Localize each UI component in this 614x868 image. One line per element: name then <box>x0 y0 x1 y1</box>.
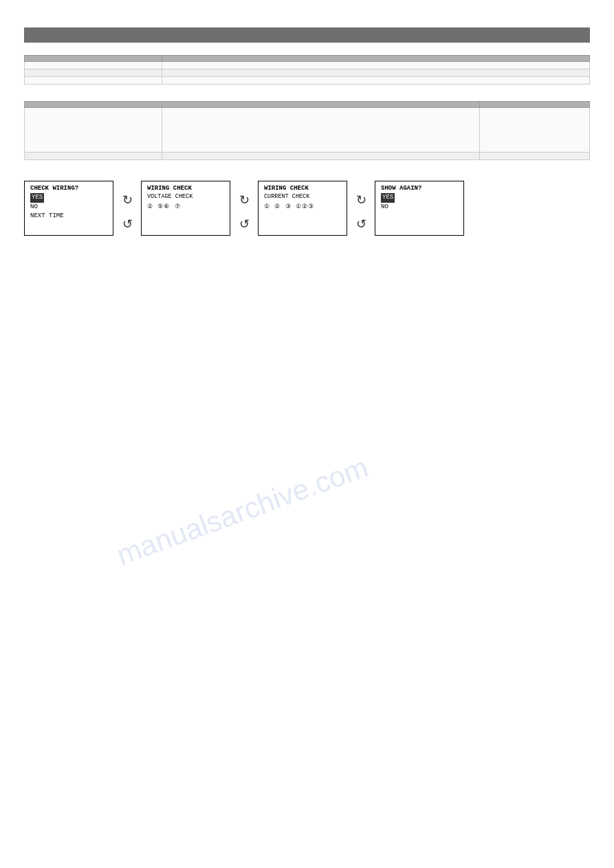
table-row <box>25 62 590 69</box>
arrow-1: ↻ ↺ <box>113 181 141 236</box>
arrow-3: ↻ ↺ <box>347 181 375 236</box>
section-table2 <box>24 101 590 160</box>
box1-highlight: YES <box>30 193 107 203</box>
info-table-2 <box>24 101 590 160</box>
table2-header-col2 <box>162 102 480 108</box>
table1-row1-col1 <box>25 62 162 69</box>
box1-title: CHECK WIRING? <box>30 185 107 192</box>
table2-row2-col1 <box>25 153 162 160</box>
table2-header-col1 <box>25 102 162 108</box>
section-table1 <box>24 55 590 85</box>
box3-display: ① ② ③ ①②③ <box>264 203 341 210</box>
box3-title: WIRING CHECK <box>264 185 341 192</box>
arrow-up-icon-2: ↻ <box>239 194 250 206</box>
table2-row2-col2 <box>162 153 480 160</box>
box2-title: WIRING CHECK <box>147 185 224 192</box>
table1-header-col2 <box>162 56 590 62</box>
watermark: manualsarchive.com <box>112 451 372 572</box>
box2-display: ② ⑤⑥ ⑦ <box>147 203 224 210</box>
table-row <box>25 108 590 153</box>
screen-box-current-check: WIRING CHECK CURRENT CHECK ① ② ③ ①②③ <box>258 181 347 236</box>
table-row <box>25 153 590 160</box>
table-row <box>25 69 590 77</box>
table1-row3-col1 <box>25 77 162 85</box>
table1-row2-col1 <box>25 69 162 77</box>
box4-title: SHOW AGAIN? <box>381 185 458 192</box>
box2-subtitle: VOLTAGE CHECK <box>147 193 224 200</box>
arrow-down-icon: ↺ <box>122 218 133 230</box>
table1-header-col1 <box>25 56 162 62</box>
screen-box-show-again: SHOW AGAIN? YES NO <box>375 181 464 236</box>
box4-highlight: YES <box>381 193 458 203</box>
table2-row2-col3 <box>480 153 590 160</box>
screen-box-check-wiring: CHECK WIRING? YES NO NEXT TIME <box>24 181 113 236</box>
info-table-1 <box>24 55 590 85</box>
arrow-down-icon-2: ↺ <box>239 218 250 230</box>
arrow-up-icon: ↻ <box>122 194 133 206</box>
box3-subtitle: CURRENT CHECK <box>264 193 341 200</box>
table2-row1-col3 <box>480 108 590 153</box>
box1-item-no: NO <box>30 203 107 212</box>
table2-row1-col1 <box>25 108 162 153</box>
screen-box-voltage-check: WIRING CHECK VOLTAGE CHECK ② ⑤⑥ ⑦ <box>141 181 230 236</box>
table1-row3-col2 <box>162 77 590 85</box>
table1-row1-col2 <box>162 62 590 69</box>
box1-item-next: NEXT TIME <box>30 212 107 221</box>
flow-diagram: CHECK WIRING? YES NO NEXT TIME ↻ ↺ WIRIN… <box>24 181 590 236</box>
table-row <box>25 77 590 85</box>
table1-row2-col2 <box>162 69 590 77</box>
arrow-down-icon-3: ↺ <box>356 218 366 230</box>
table2-row1-col2 <box>162 108 480 153</box>
table2-header-col3 <box>480 102 590 108</box>
arrow-up-icon-3: ↻ <box>356 194 366 206</box>
box4-item-no: NO <box>381 203 458 212</box>
header-bar <box>24 27 590 43</box>
arrow-2: ↻ ↺ <box>230 181 258 236</box>
